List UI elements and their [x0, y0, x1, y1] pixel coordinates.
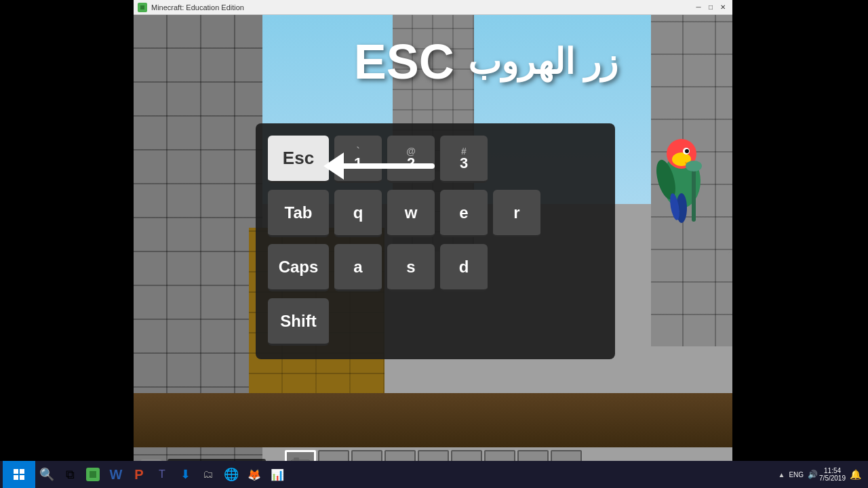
parrot-character — [651, 120, 712, 215]
powerpoint-taskbar-icon[interactable]: P — [127, 463, 151, 486]
key-s: s — [387, 244, 435, 291]
close-button[interactable]: ✕ — [717, 2, 728, 13]
svg-rect-1 — [140, 5, 144, 9]
key-q: q — [334, 190, 382, 237]
app-icon-4[interactable]: 📊 — [266, 463, 289, 486]
arrow-indicator — [317, 139, 439, 196]
key-e: e — [440, 190, 488, 237]
maximize-button[interactable]: □ — [705, 2, 716, 13]
caps-key: Caps — [268, 244, 329, 291]
volume-icon: 🔊 — [808, 470, 818, 479]
taskbar-right: ▲ ENG 🔊 11:54 7/5/2019 🔔 — [778, 467, 865, 482]
svg-marker-3 — [323, 152, 344, 180]
svg-point-8 — [685, 149, 689, 153]
game-area: ESC زر الهروب Esc ` 1 @ 2 — [134, 15, 732, 488]
esc-label: ESC — [354, 34, 454, 89]
teams-taskbar-icon[interactable]: T — [151, 463, 174, 486]
app-icon-2[interactable]: 🗂 — [197, 463, 220, 486]
svg-rect-20 — [14, 475, 18, 480]
window-title: Minecraft: Education Edition — [151, 3, 244, 12]
scroll-indicator: › — [728, 247, 730, 256]
key-r: r — [493, 190, 540, 237]
clock-date: 7/5/2019 — [819, 474, 846, 482]
esc-arabic: زر الهروب — [468, 41, 618, 82]
key-w: w — [387, 190, 435, 237]
title-bar-left: Minecraft: Education Edition — [138, 3, 244, 12]
svg-rect-18 — [14, 469, 18, 474]
lang-indicator: ENG — [789, 471, 804, 479]
key-a: a — [334, 244, 382, 291]
black-left-bar — [0, 0, 134, 461]
key-row-3: Caps a s d — [268, 244, 603, 291]
app-icon-3[interactable]: 🦊 — [243, 463, 266, 486]
key-row-4: Shift — [268, 298, 603, 346]
tray-icons: ▲ — [778, 471, 785, 479]
word-taskbar-icon[interactable]: W — [104, 463, 127, 486]
tab-key: Tab — [268, 190, 329, 237]
esc-title: ESC زر الهروب — [354, 34, 618, 89]
minecraft-taskbar-icon[interactable] — [81, 463, 104, 486]
clock: 11:54 7/5/2019 — [819, 467, 846, 482]
taskbar-items: 🔍 ⧉ W P T ⬇ 🗂 🌐 🦊 📊 ▲ ENG 🔊 11:54 7/5/20… — [0, 461, 868, 488]
title-bar: Minecraft: Education Edition ─ □ ✕ — [134, 0, 732, 15]
shift-key: Shift — [268, 298, 329, 346]
chrome-icon[interactable]: 🌐 — [220, 463, 243, 486]
svg-point-13 — [686, 161, 702, 171]
start-button[interactable] — [3, 461, 35, 488]
key-row-2: Tab q w e r — [268, 190, 603, 237]
app-icon-1[interactable]: ⬇ — [174, 463, 197, 486]
key-hash-3: # 3 — [440, 136, 488, 183]
notification-icon: 🔔 — [850, 469, 861, 480]
minecraft-window: Minecraft: Education Edition ─ □ ✕ ESC ز… — [134, 0, 732, 488]
minimize-button[interactable]: ─ — [693, 2, 704, 13]
black-right-bar — [734, 0, 868, 461]
key-d: d — [440, 244, 488, 291]
minecraft-icon — [138, 3, 147, 12]
taskbar: 🔍 ⧉ W P T ⬇ 🗂 🌐 🦊 📊 ▲ ENG 🔊 11:54 7/5/20… — [0, 461, 868, 488]
ground-area — [134, 393, 732, 447]
svg-rect-21 — [20, 475, 24, 480]
svg-rect-12 — [692, 167, 696, 222]
svg-rect-23 — [90, 471, 96, 478]
taskview-icon[interactable]: ⧉ — [58, 463, 81, 486]
search-taskbar-icon[interactable]: 🔍 — [35, 463, 58, 486]
svg-rect-19 — [20, 469, 24, 474]
clock-time: 11:54 — [824, 467, 841, 474]
window-controls: ─ □ ✕ — [693, 2, 728, 13]
